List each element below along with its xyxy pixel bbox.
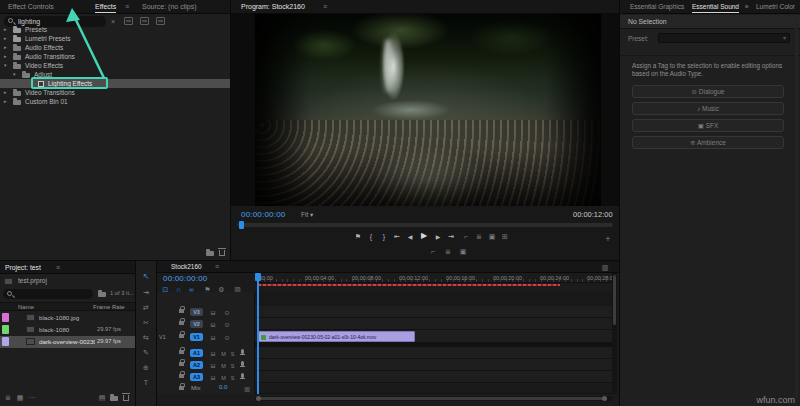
tool-selection-icon[interactable]: ↖	[141, 273, 151, 281]
mute-icon[interactable]: M	[220, 362, 227, 370]
program-scrubber-bar[interactable]	[237, 223, 613, 227]
sync-lock-icon[interactable]: ⊟	[209, 350, 217, 358]
label-color-chip[interactable]	[2, 337, 9, 346]
tab-program[interactable]: Program: Stock2160	[241, 0, 305, 13]
master-level-value[interactable]: 0.0	[219, 384, 227, 390]
tool-track-select-icon[interactable]: ⇥	[141, 289, 151, 297]
toggle-output-eye-icon[interactable]: ⊙	[223, 321, 231, 329]
new-bin-icon[interactable]	[110, 396, 118, 401]
tool-slip-icon[interactable]: ⇆	[141, 334, 151, 342]
table-row[interactable]: black-1080 29.97 fps	[0, 324, 135, 336]
mute-icon[interactable]: M	[220, 350, 227, 358]
tree-item-audio-transitions[interactable]: ▸ Audio Transitions	[0, 52, 230, 61]
track-target-v1[interactable]: V1	[190, 333, 203, 341]
mark-in-icon[interactable]: {	[366, 233, 376, 241]
mute-icon[interactable]: M	[220, 374, 227, 382]
tab-effects[interactable]: Effects	[95, 0, 116, 13]
track-target-a1[interactable]: A1	[190, 349, 203, 357]
timeline-playhead[interactable]	[257, 273, 259, 394]
lock-icon[interactable]	[179, 321, 184, 325]
step-forward-icon[interactable]: ▶	[433, 233, 443, 241]
twirl-icon[interactable]: ▸	[4, 52, 7, 61]
label-color-chip[interactable]	[2, 325, 9, 334]
extract-icon[interactable]: ≣	[443, 248, 453, 256]
panel-menu-icon[interactable]: ≡	[745, 0, 749, 14]
step-back-icon[interactable]: ◀	[405, 233, 415, 241]
twirl-icon[interactable]: ▸	[4, 43, 7, 52]
accelerated-effects-filter-icon[interactable]	[124, 17, 133, 25]
program-video-frame[interactable]	[255, 14, 601, 206]
icon-view-icon[interactable]: ▦	[16, 394, 24, 402]
delete-icon[interactable]	[123, 395, 129, 401]
lift-icon[interactable]: ⌐	[461, 233, 471, 241]
timeline-playhead-timecode[interactable]: 00:00:00:00	[163, 274, 207, 283]
lock-icon[interactable]	[179, 386, 184, 390]
export-frame-icon[interactable]: ▣	[487, 233, 497, 241]
table-row[interactable]: dark-overview-00230-05-02-a01-s0t-10-4ok…	[0, 336, 135, 348]
twirl-icon[interactable]: ▾	[13, 70, 16, 79]
lock-icon[interactable]	[179, 309, 184, 313]
tree-item-presets[interactable]: ▸ Presets	[0, 25, 230, 34]
project-search-box[interactable]	[3, 289, 93, 299]
track-lane-v2[interactable]	[255, 318, 612, 330]
project-file-name[interactable]: test.prproj	[18, 277, 47, 284]
lock-icon[interactable]	[179, 374, 184, 378]
voiceover-record-icon[interactable]	[241, 373, 244, 378]
solo-icon[interactable]: S	[229, 374, 236, 382]
ambience-button[interactable]: ≋ Ambience	[632, 136, 784, 149]
panel-menu-icon[interactable]: ≡	[125, 0, 129, 14]
tool-type-icon[interactable]: T	[141, 379, 151, 387]
solo-icon[interactable]: S	[229, 350, 236, 358]
tree-item-lumetri-presets[interactable]: ▸ Lumetri Presets	[0, 34, 230, 43]
new-item-icon[interactable]: ▤	[98, 394, 106, 402]
sync-lock-icon[interactable]: ⊟	[209, 362, 217, 370]
preset-dropdown[interactable]: ▾	[658, 33, 790, 43]
timeline-clip[interactable]: dark-overview-00230-05-02-a01-s0t-10-4ok…	[258, 331, 415, 342]
new-custom-bin-icon[interactable]	[206, 251, 214, 256]
sfx-button[interactable]: ▣ SFX	[632, 119, 784, 132]
timeline-display-icon[interactable]: ▥	[601, 264, 609, 272]
voiceover-record-icon[interactable]	[241, 349, 244, 354]
sync-lock-icon[interactable]: ⊟	[209, 309, 217, 317]
sync-lock-icon[interactable]: ⊟	[209, 374, 217, 382]
lift-icon[interactable]: ⌐	[428, 248, 438, 256]
tool-hand-icon[interactable]: ⊕	[141, 364, 151, 372]
play-button-icon[interactable]: ▶	[418, 232, 430, 240]
program-playhead-marker[interactable]	[239, 221, 244, 229]
program-position-timecode[interactable]: 00:00:00:00	[241, 210, 285, 219]
track-target-v3[interactable]: V3	[190, 308, 203, 316]
sync-lock-icon[interactable]: ⊟	[209, 321, 217, 329]
tree-item-audio-effects[interactable]: ▸ Audio Effects	[0, 43, 230, 52]
tree-item-custom-bin[interactable]: ▸ Custom Bin 01	[0, 97, 230, 106]
twirl-icon[interactable]: ▸	[4, 88, 7, 97]
track-lane-a1[interactable]	[255, 347, 612, 359]
twirl-icon[interactable]: ▸	[4, 25, 7, 34]
column-name[interactable]: Name	[18, 304, 34, 310]
go-to-in-icon[interactable]: ⇤	[392, 233, 402, 241]
tab-project[interactable]: Project: test	[5, 261, 41, 274]
timeline-vertical-scrollbar[interactable]	[612, 273, 617, 394]
track-target-v2[interactable]: V2	[190, 320, 203, 328]
twirl-icon[interactable]: ▸	[4, 97, 7, 106]
panel-menu-icon[interactable]: ≡	[215, 261, 219, 273]
tool-pen-icon[interactable]: ✎	[141, 349, 151, 357]
zoom-handle-left[interactable]	[256, 396, 261, 401]
tab-source[interactable]: Source: (no clips)	[142, 0, 196, 13]
zoom-handle-right[interactable]	[602, 396, 607, 401]
lock-icon[interactable]	[179, 350, 184, 354]
comparison-view-icon[interactable]: ⊞	[500, 233, 510, 241]
track-lane-master[interactable]	[255, 383, 612, 394]
tree-item-video-effects[interactable]: ▾ Video Effects	[0, 61, 230, 70]
column-frame-rate[interactable]: Frame Rate	[93, 304, 125, 310]
twirl-icon[interactable]: ▾	[4, 61, 7, 70]
track-lane-a2[interactable]	[255, 359, 612, 371]
zoom-slider-icon[interactable]: ⋯	[28, 394, 36, 402]
label-color-chip[interactable]	[2, 313, 9, 322]
timeline-zoom-scrollbar[interactable]	[255, 396, 612, 401]
delete-icon[interactable]	[219, 250, 225, 256]
sync-lock-icon[interactable]: ⊟	[209, 334, 217, 342]
track-lane-v3[interactable]	[255, 306, 612, 318]
lock-icon[interactable]	[179, 362, 184, 366]
toggle-output-eye-icon[interactable]: ⊙	[223, 309, 231, 317]
timeline-ruler[interactable]: 00:00 00:00:04:00 00:00:08:00 00:00:12:0…	[255, 273, 612, 283]
